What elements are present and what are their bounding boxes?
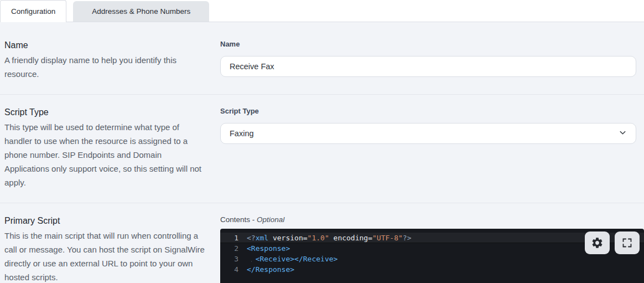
contents-field-label: Contents - Optional — [220, 214, 644, 225]
contents-label-optional: Optional — [257, 215, 284, 224]
name-heading: Name — [4, 39, 205, 52]
script-type-select[interactable]: Faxing — [220, 123, 636, 144]
name-row: Name A friendly display name to help you… — [0, 28, 644, 94]
line-number: 1 — [220, 233, 247, 243]
code-line[interactable]: 3<Receive></Receive> — [220, 254, 644, 264]
code-editor-wrapper: 1<?xml version="1.0" encoding="UTF-8"?>2… — [220, 229, 644, 283]
code-text: <?xml version="1.0" encoding="UTF-8"?> — [247, 233, 411, 243]
code-line[interactable]: 4</Response> — [220, 264, 644, 275]
tab-addresses-phone-numbers[interactable]: Addresses & Phone Numbers — [73, 1, 209, 22]
script-type-row: Script Type This type will be used to de… — [0, 94, 644, 203]
code-text: <Receive></Receive> — [247, 254, 337, 264]
primary-script-row-info: Primary Script This is the main script t… — [4, 214, 220, 283]
name-description: A friendly display name to help you iden… — [4, 53, 205, 81]
primary-script-row: Primary Script This is the main script t… — [0, 203, 644, 283]
script-type-field-label: Script Type — [220, 106, 636, 117]
tab-bar: Configuration Addresses & Phone Numbers — [0, 0, 644, 22]
line-number: 2 — [220, 243, 247, 254]
code-text: </Response> — [247, 264, 294, 275]
primary-script-description: This is the main script that will run wh… — [4, 229, 205, 283]
tab-addresses-phone-numbers-label: Addresses & Phone Numbers — [92, 7, 190, 16]
chevron-down-icon — [619, 128, 627, 138]
code-line[interactable]: 2<Response> — [220, 243, 644, 254]
name-input[interactable] — [220, 56, 636, 77]
name-row-info: Name A friendly display name to help you… — [4, 39, 220, 81]
primary-script-field-group: Contents - Optional 1<?xml version="1.0"… — [220, 214, 644, 283]
settings-icon — [591, 236, 604, 249]
name-field-label: Name — [220, 39, 636, 50]
code-editor[interactable]: 1<?xml version="1.0" encoding="UTF-8"?>2… — [220, 229, 644, 283]
editor-fullscreen-button[interactable] — [615, 231, 640, 254]
line-number: 3 — [220, 254, 247, 264]
code-line[interactable]: 1<?xml version="1.0" encoding="UTF-8"?> — [220, 233, 644, 243]
name-field-group: Name — [220, 39, 636, 81]
code-lines: 1<?xml version="1.0" encoding="UTF-8"?>2… — [220, 233, 644, 275]
script-type-description: This type will be used to determine what… — [4, 120, 205, 189]
tab-configuration[interactable]: Configuration — [0, 0, 66, 22]
editor-toolbar — [585, 231, 640, 254]
configuration-panel: Name A friendly display name to help you… — [0, 22, 644, 283]
fullscreen-icon — [621, 237, 633, 249]
script-type-row-info: Script Type This type will be used to de… — [4, 106, 220, 189]
editor-settings-button[interactable] — [585, 231, 610, 254]
contents-label-prefix: Contents - — [220, 215, 255, 224]
script-type-field-group: Script Type Faxing — [220, 106, 636, 189]
tab-configuration-label: Configuration — [11, 7, 55, 16]
script-type-heading: Script Type — [4, 106, 205, 119]
script-type-selected-value: Faxing — [230, 129, 254, 138]
primary-script-heading: Primary Script — [4, 214, 205, 228]
line-number: 4 — [220, 264, 247, 275]
code-text: <Response> — [247, 243, 290, 254]
